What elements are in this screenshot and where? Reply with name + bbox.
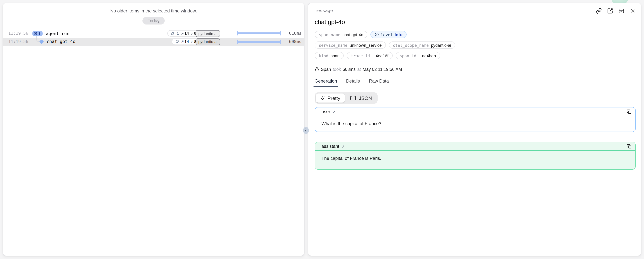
attr-value: Info (394, 32, 402, 37)
panel-resize-handle[interactable] (303, 127, 308, 134)
info-circle-icon (374, 32, 379, 37)
tab-details[interactable]: Details (346, 78, 360, 87)
tokens-in-count: 14 (184, 32, 189, 36)
level-info-badge[interactable]: level Info (370, 31, 406, 38)
sparkles-icon (320, 96, 325, 100)
attr-key: otel_scope_name (393, 43, 429, 47)
braces-icon: { } (349, 96, 357, 101)
attr-key: trace_id (351, 53, 370, 58)
message-card-assistant: assistant ↗ The capital of France is Par… (315, 142, 636, 170)
row-timestamp: 11:19:56 (8, 39, 28, 44)
detail-tabs: Generation Details Raw Data (315, 78, 634, 87)
attr-pill-otel-scope-name[interactable]: otel_scope_name pydantic-ai (389, 42, 455, 49)
tree-connector-line (36, 36, 40, 42)
token-stats-pill: Σ ↗ 14 ↙ 8 (167, 30, 199, 36)
timing-duration: 608ms (342, 67, 356, 72)
row-duration: 608ms (289, 39, 302, 44)
scope-tag-badge[interactable]: pydantic-ai (196, 30, 220, 37)
span-timing-line: Span took 608ms at May 02 11:19:56 AM (315, 67, 634, 72)
message-card-user: user ↗ What is the capital of France? (315, 107, 636, 132)
token-coin-icon (175, 39, 179, 44)
attr-key: level (381, 32, 393, 37)
arrow-down-left-icon: ↙ (190, 40, 194, 43)
attr-pill-service-name[interactable]: service_name unknown_service (315, 42, 386, 49)
arrow-down-left-icon: ↙ (190, 32, 194, 35)
attr-key: span_id (400, 53, 416, 58)
attr-value: pydantic-ai (431, 43, 451, 47)
app-root: No older items in the selected time wind… (0, 0, 644, 259)
duration-bar (237, 40, 281, 44)
scope-tag-badge[interactable]: pydantic-ai (196, 38, 220, 45)
message-header: user ↗ (315, 108, 635, 116)
attr-pill-span-id[interactable]: span_id ...ad4bab (396, 52, 440, 59)
attr-value: unknown_service (350, 43, 382, 47)
span-detail-panel: message (308, 3, 641, 256)
trace-rows: 11:19:56 1 agent run (3, 29, 304, 46)
timing-label: Span (321, 67, 331, 72)
span-label: chat gpt-4o (47, 39, 75, 44)
dock-panel-icon[interactable] (618, 8, 624, 14)
detail-header-actions (596, 8, 636, 14)
children-count: 1 (38, 32, 41, 36)
tokens-in-count: 14 (184, 40, 189, 44)
tab-raw-data[interactable]: Raw Data (369, 78, 389, 87)
token-coin-icon (170, 31, 175, 36)
copy-link-icon[interactable] (596, 8, 602, 14)
tokens-in: ↗ 14 (181, 32, 189, 36)
timing-took: took (333, 67, 341, 72)
empty-notice: No older items in the selected time wind… (3, 8, 304, 14)
attr-pill-span-name[interactable]: span_name chat gpt-4o (315, 31, 368, 38)
message-role: assistant (322, 144, 339, 149)
tokens-out: ↙ 8 (190, 40, 196, 44)
message-content: What is the capital of France? (315, 116, 635, 132)
detail-header: message (308, 3, 641, 14)
copy-icon[interactable] (627, 144, 632, 149)
view-mode-toggle: Pretty { } JSON (315, 92, 378, 104)
collapse-minus-icon (34, 32, 38, 36)
date-pill-today[interactable]: Today (143, 17, 164, 24)
span-label: agent run (46, 31, 70, 36)
token-stats-pill: ↗ 14 ↙ 8 (172, 38, 199, 45)
timeline-panel: No older items in the selected time wind… (3, 3, 304, 256)
bar-end-cap (280, 32, 281, 36)
row-timestamp: 11:19:56 (8, 31, 28, 36)
span-title: chat gpt-4o (315, 18, 641, 26)
arrow-up-right-icon[interactable]: ↗ (332, 110, 336, 114)
duration-bar (237, 32, 281, 36)
bar-body (237, 32, 281, 34)
attribute-badges: span_name chat gpt-4o level Info service… (315, 31, 634, 59)
open-in-new-icon[interactable] (607, 8, 613, 14)
arrow-up-right-icon[interactable]: ↗ (342, 144, 345, 148)
close-icon[interactable] (630, 8, 636, 14)
toggle-json[interactable]: { } JSON (345, 94, 376, 102)
toggle-pretty-label: Pretty (328, 95, 340, 101)
bar-body (237, 41, 281, 42)
bar-end-cap (280, 40, 281, 44)
attr-key: service_name (319, 43, 348, 47)
timing-at: at (357, 67, 361, 72)
copy-icon[interactable] (627, 109, 632, 114)
attr-pill-kind[interactable]: kind span (315, 52, 344, 59)
sigma-icon: Σ (176, 31, 179, 36)
attr-value: ...4ee16f (372, 53, 388, 58)
attr-value: ...ad4bab (419, 53, 436, 58)
arrow-up-right-icon: ↗ (181, 32, 184, 35)
message-content: The capital of France is Paris. (315, 151, 635, 169)
span-kind-kicker: message (315, 8, 333, 13)
attr-value: chat gpt-4o (342, 32, 363, 37)
tokens-out: ↙ 8 (190, 32, 196, 36)
stopwatch-icon (315, 67, 319, 72)
trace-row-agent-run[interactable]: 11:19:56 1 agent run (3, 30, 304, 38)
attr-key: kind (319, 53, 328, 58)
toggle-pretty[interactable]: Pretty (316, 94, 345, 102)
attr-pill-trace-id[interactable]: trace_id ...4ee16f (347, 52, 392, 59)
arrow-up-right-icon: ↗ (181, 40, 184, 43)
attr-key: span_name (319, 32, 340, 37)
collapse-children-badge[interactable]: 1 (32, 31, 42, 36)
message-header: assistant ↗ (315, 142, 635, 151)
row-duration: 610ms (289, 31, 302, 36)
trace-row-chat-gpt-4o[interactable]: 11:19:56 chat gpt-4o ↗ (3, 38, 304, 46)
tab-generation[interactable]: Generation (315, 78, 337, 87)
attr-value: span (331, 53, 340, 58)
timing-timestamp: May 02 11:19:56 AM (362, 67, 402, 72)
